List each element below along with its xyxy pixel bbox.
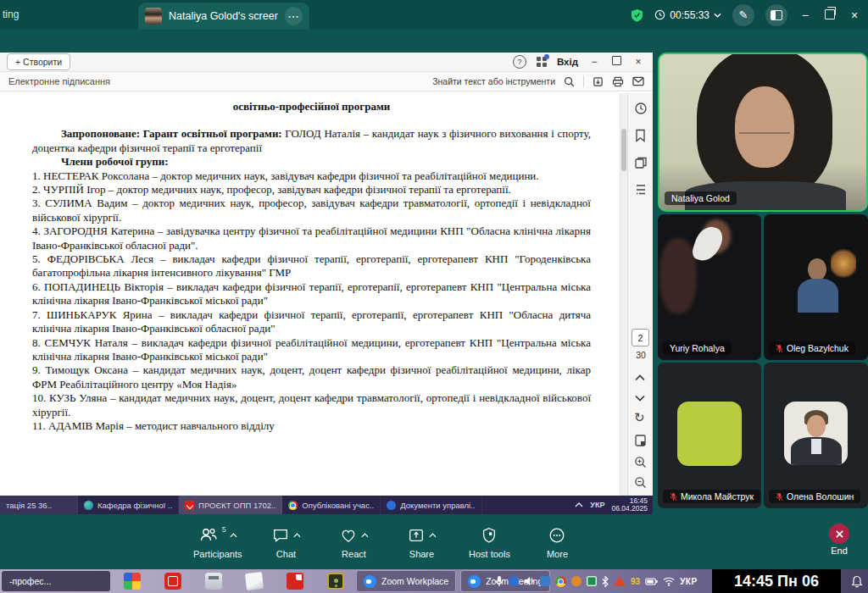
more-button[interactable]: More <box>533 524 581 559</box>
chevron-up-icon[interactable] <box>293 533 301 538</box>
chevron-up-icon[interactable] <box>429 533 437 538</box>
tray-battery-icon[interactable] <box>645 578 658 585</box>
taskbar-window-left[interactable]: -профес... <box>2 571 110 591</box>
zoom-out-icon[interactable] <box>634 476 647 489</box>
doc-paragraph: 4. ЗАГОРОДНЯ Катерина – завідувачка цент… <box>32 224 591 252</box>
document-tab[interactable]: Електронне підписання <box>8 76 110 86</box>
participants-button[interactable]: 5 Participants <box>193 524 242 559</box>
apps-grid-icon[interactable] <box>537 57 547 67</box>
shared-clock: 16:4506.04.2025 <box>611 497 648 513</box>
host-tools-button[interactable]: Host tools <box>465 524 513 559</box>
chat-icon <box>271 526 290 545</box>
create-button[interactable]: + Створити <box>7 53 70 70</box>
tray-wifi-icon[interactable] <box>663 577 675 586</box>
acrobat-restore-icon <box>612 56 621 65</box>
video-tile[interactable]: Yuriy Rohalya <box>658 214 761 360</box>
classroom-app-icon[interactable] <box>327 573 344 590</box>
avatar-placeholder <box>677 402 742 466</box>
meeting-timer[interactable]: 00:55:33 <box>654 9 721 21</box>
notepad-app-icon[interactable] <box>245 572 264 590</box>
chevron-up-icon[interactable] <box>361 533 369 538</box>
close-button[interactable]: × <box>848 8 861 22</box>
acrobat-close-button[interactable]: × <box>632 56 644 68</box>
tray-warning-icon[interactable] <box>614 576 626 586</box>
participant-name-badge: Микола Майструк <box>663 490 760 503</box>
chevron-up-icon[interactable] <box>230 533 237 538</box>
photos-app-icon[interactable] <box>124 573 141 590</box>
host-tools-shield-icon <box>480 526 498 545</box>
screen-share-tab[interactable]: Nataliya Golod's screen ⋯ <box>138 3 309 30</box>
clock-icon <box>654 9 665 20</box>
muted-mic-icon <box>776 344 783 353</box>
tab-more-icon[interactable]: ⋯ <box>285 7 303 25</box>
previous-page-icon[interactable] <box>634 374 646 381</box>
language-indicator[interactable]: УКР <box>680 577 698 586</box>
page-thumbnails-icon[interactable] <box>634 156 648 169</box>
tray-sheets-icon[interactable] <box>587 576 597 586</box>
security-shield-icon[interactable] <box>631 8 643 22</box>
docs-icon <box>387 501 396 510</box>
divider <box>583 75 584 87</box>
tray-bluetooth-icon[interactable] <box>602 576 609 587</box>
tray-app-icon[interactable] <box>571 576 581 586</box>
video-tile[interactable]: Oleg Bazylchuk <box>764 214 868 360</box>
participants-count: 5 <box>222 525 226 534</box>
doc-paragraph: 8. СЕМЧУК Наталя – викладач кафедри фізи… <box>32 336 591 364</box>
comment-icon[interactable] <box>634 102 648 115</box>
tray-expand-icon[interactable] <box>575 502 583 507</box>
calculator-app-icon[interactable] <box>205 573 222 590</box>
tray-volume-icon[interactable] <box>524 576 535 586</box>
outline-icon[interactable] <box>634 183 648 197</box>
taskbar-clock[interactable]: 14:45 Пн 06 <box>712 569 841 593</box>
battery-percent[interactable]: 93 <box>631 577 640 586</box>
restore-button[interactable] <box>823 8 837 22</box>
rotate-icon[interactable]: ↻ <box>634 410 645 425</box>
acrobat-minimize-button[interactable]: − <box>588 56 600 68</box>
presenter-avatar <box>145 8 162 25</box>
acrobat-restore-button[interactable] <box>610 56 622 68</box>
tray-app-icon[interactable] <box>540 576 550 586</box>
sign-in-button[interactable]: Вхід <box>557 57 578 67</box>
share-email-icon[interactable] <box>632 76 644 86</box>
video-tile[interactable]: Олена Волошин <box>764 363 868 508</box>
annotate-button[interactable]: ✎ <box>732 4 754 26</box>
page-number-input[interactable]: 2 <box>632 329 649 346</box>
fit-page-icon[interactable] <box>634 434 647 447</box>
notification-bell-icon[interactable] <box>846 569 868 593</box>
end-x-icon <box>835 529 844 539</box>
taskbar-window-pdf-project[interactable]: ПРОЄКТ ОПП 1702.. <box>179 496 282 514</box>
search-hint[interactable]: Знайти текст або інструменти <box>432 76 555 86</box>
tray-mic-icon[interactable] <box>495 575 504 587</box>
zoom-workplace-window-button[interactable]: Zoom Workplace <box>356 570 456 592</box>
scanner-app-icon[interactable] <box>164 573 181 590</box>
video-tile[interactable]: Микола Майструк <box>658 363 761 508</box>
search-icon[interactable] <box>564 76 575 87</box>
taskbar-window-chrome[interactable]: Опубліковані учас.. <box>282 496 381 514</box>
taskbar-window-kafedra[interactable]: Кафедра фізичної .. <box>78 496 179 514</box>
view-layout-button[interactable] <box>765 4 787 26</box>
shared-language-indicator[interactable]: УКР <box>590 501 604 509</box>
chat-button[interactable]: Chat <box>262 524 309 559</box>
scrollbar-thumb[interactable] <box>621 129 626 171</box>
next-page-icon[interactable] <box>634 395 646 402</box>
tray-app-icon[interactable] <box>509 576 519 586</box>
help-icon[interactable]: ? <box>513 55 526 69</box>
pdf-app-icon[interactable] <box>287 573 303 590</box>
minimize-button[interactable]: − <box>798 8 812 22</box>
taskbar-window-presentation[interactable]: тація 25 36.. <box>0 496 78 514</box>
video-panel: Nataliya Golod Yuriy Rohalya Oleg Bazylc… <box>658 53 868 508</box>
zoom-in-icon[interactable] <box>634 456 647 468</box>
screen-share-tab-label: Nataliya Golod's screen <box>169 10 278 22</box>
video-tile-active-speaker[interactable]: Nataliya Golod <box>658 53 868 212</box>
taskbar-window-docs[interactable]: Документи управлі.. <box>381 496 481 514</box>
print-icon[interactable] <box>612 76 624 87</box>
end-meeting-button[interactable]: End <box>829 524 849 556</box>
save-icon[interactable] <box>593 76 604 87</box>
doc-paragraph: 6. ПОПАДИНЕЦЬ Вікторія – викладач кафедр… <box>32 280 591 308</box>
os-taskbar: -профес... Zoom Workplace Zoom Meeting 9… <box>0 569 868 593</box>
share-button[interactable]: Share <box>398 524 445 559</box>
tray-chrome-icon[interactable] <box>555 576 566 587</box>
react-button[interactable]: React <box>330 524 377 559</box>
bookmark-icon[interactable] <box>634 129 647 142</box>
participants-icon <box>198 526 219 545</box>
